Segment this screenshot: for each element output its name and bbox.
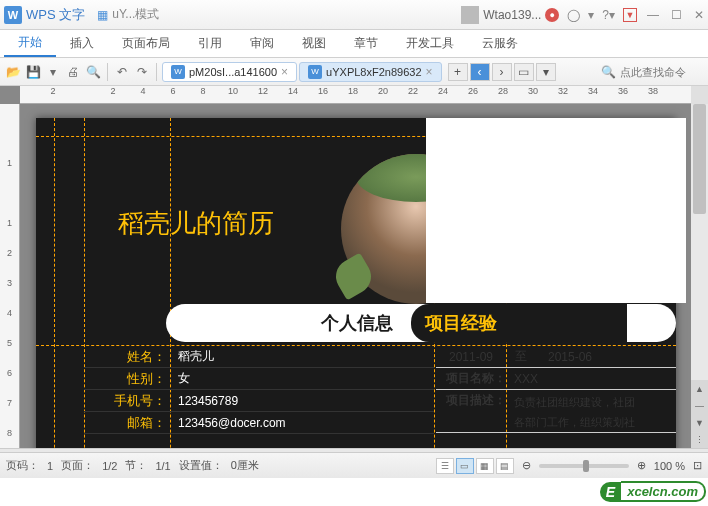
vertical-ruler[interactable]: 112345678 (0, 104, 20, 448)
redo-icon[interactable]: ↷ (133, 63, 151, 81)
wps-logo-icon: W (4, 6, 22, 24)
scroll-options-icon[interactable]: ⋮ (691, 431, 708, 448)
section-value: 1/1 (155, 460, 170, 472)
document-tab-2[interactable]: W uYXPL8xF2n89632 × (299, 62, 441, 82)
app-logo: W WPS 文字 (4, 6, 85, 24)
gender-value: 女 (170, 370, 190, 387)
open-icon[interactable]: 📂 (4, 63, 22, 81)
document-tab-1[interactable]: W pM20sI...a141600 × (162, 62, 297, 82)
section-label: 节： (125, 458, 147, 473)
scroll-thumb[interactable] (693, 104, 706, 214)
menu-view[interactable]: 视图 (288, 31, 340, 56)
proj-desc-label: 项目描述： (436, 392, 506, 409)
window-controls: — ☐ ✕ (647, 8, 704, 22)
scroll-sep-icon[interactable]: — (691, 397, 708, 414)
proj-desc-line2: 各部门工作，组织策划社 (514, 412, 635, 432)
notification-badge[interactable]: ● (545, 8, 559, 22)
resume-title: 稻壳儿的简历 (118, 206, 274, 241)
phone-value: 123456789 (170, 394, 238, 408)
proj-date-start: 2011-09 (436, 350, 506, 364)
close-button[interactable]: ✕ (694, 8, 704, 22)
zoom-out-button[interactable]: ⊖ (522, 459, 531, 472)
personal-info-table: 姓名：稻壳儿 性别：女 手机号：123456789 邮箱：123456@doce… (84, 346, 434, 434)
menu-review[interactable]: 审阅 (236, 31, 288, 56)
maximize-button[interactable]: ☐ (671, 8, 682, 22)
save-icon[interactable]: 💾 (24, 63, 42, 81)
toolbar: 📂 💾 ▾ 🖨 🔍 ↶ ↷ W pM20sI...a141600 × W uYX… (0, 58, 708, 86)
proj-name-value: XXX (506, 372, 538, 386)
prev-tab-button[interactable]: ‹ (470, 63, 490, 81)
position-label: 设置值： (179, 458, 223, 473)
email-label: 邮箱： (84, 414, 170, 432)
view-web-button[interactable]: ▦ (476, 458, 494, 474)
proj-name-label: 项目名称： (436, 370, 506, 387)
help-icon[interactable]: ?▾ (602, 8, 615, 22)
page-code-value: 1 (47, 460, 53, 472)
close-tab-icon[interactable]: × (281, 65, 288, 79)
zoom-value[interactable]: 100 % (654, 460, 685, 472)
doc-mode: ▦ uY...模式 (97, 6, 159, 23)
document-canvas[interactable]: 稻壳儿的简历 个人信息 项目经验 姓名：稻壳儿 性别：女 手机号：1234567… (20, 104, 691, 448)
app-name: WPS 文字 (26, 6, 85, 24)
skin-icon[interactable]: ▾ (588, 8, 594, 22)
vertical-scrollbar[interactable]: ▲ — ▼ ⋮ (691, 104, 708, 448)
menu-start[interactable]: 开始 (4, 30, 56, 57)
view-read-button[interactable]: ▤ (496, 458, 514, 474)
status-bar: 页码：1 页面：1/2 节：1/1 设置值：0厘米 ☰ ▭ ▦ ▤ ⊖ ⊕ 10… (0, 452, 708, 478)
menu-chapter[interactable]: 章节 (340, 31, 392, 56)
menu-bar: 开始 插入 页面布局 引用 审阅 视图 章节 开发工具 云服务 (0, 30, 708, 58)
name-label: 姓名： (84, 348, 170, 366)
user-area[interactable]: Wtao139... ● (461, 6, 559, 24)
view-page-button[interactable]: ▭ (456, 458, 474, 474)
browser-icon[interactable]: ◯ (567, 8, 580, 22)
proj-date-end: 2015-06 (536, 350, 592, 364)
gender-label: 性别： (84, 370, 170, 388)
dropdown-red-icon[interactable]: ▼ (623, 8, 637, 22)
undo-icon[interactable]: ↶ (113, 63, 131, 81)
next-tab-button[interactable]: › (492, 63, 512, 81)
ruler-corner (691, 86, 708, 104)
watermark: E xcelcn.com (600, 481, 706, 502)
zoom-in-button[interactable]: ⊕ (637, 459, 646, 472)
menu-cloud[interactable]: 云服务 (468, 31, 532, 56)
word-doc-icon: W (171, 65, 185, 79)
close-tab-icon[interactable]: × (426, 65, 433, 79)
preview-icon[interactable]: 🔍 (84, 63, 102, 81)
command-search[interactable]: 🔍 (601, 65, 704, 79)
print-icon[interactable]: 🖨 (64, 63, 82, 81)
tab-controls: + ‹ › ▭ ▾ (448, 63, 556, 81)
avatar-icon (461, 6, 479, 24)
page-label: 页面： (61, 458, 94, 473)
scroll-page-down-icon[interactable]: ▼ (691, 414, 708, 431)
scroll-page-up-icon[interactable]: ▲ (691, 380, 708, 397)
proj-desc-line1: 负责社团组织建设，社团 (514, 392, 635, 412)
minimize-button[interactable]: — (647, 8, 659, 22)
document-page[interactable]: 稻壳儿的简历 个人信息 项目经验 姓名：稻壳儿 性别：女 手机号：1234567… (36, 118, 676, 448)
horizontal-ruler[interactable]: 22468101214161820222426283032343638 (20, 86, 691, 104)
menu-insert[interactable]: 插入 (56, 31, 108, 56)
view-outline-button[interactable]: ☰ (436, 458, 454, 474)
section-project-exp: 项目经验 (411, 304, 627, 342)
section-header-bar: 个人信息 项目经验 (166, 304, 676, 342)
zoom-handle[interactable] (583, 460, 589, 472)
zoom-slider[interactable] (539, 464, 629, 468)
proj-date-to: 至 (506, 348, 536, 365)
view-mode-buttons: ☰ ▭ ▦ ▤ (436, 458, 514, 474)
fit-zoom-button[interactable]: ⊡ (693, 459, 702, 472)
tab-view-button[interactable]: ▭ (514, 63, 534, 81)
search-input[interactable] (620, 66, 700, 78)
tab-list-button[interactable]: ▾ (536, 63, 556, 81)
phone-label: 手机号： (84, 392, 170, 410)
save-dropdown-icon[interactable]: ▾ (44, 63, 62, 81)
page-code-label: 页码： (6, 458, 39, 473)
name-value: 稻壳儿 (170, 348, 214, 365)
search-icon: 🔍 (601, 65, 616, 79)
editor-area: 22468101214161820222426283032343638 1123… (0, 86, 708, 448)
word-doc-icon: W (308, 65, 322, 79)
new-tab-button[interactable]: + (448, 63, 468, 81)
menu-dev-tools[interactable]: 开发工具 (392, 31, 468, 56)
title-controls: ◯ ▾ ?▾ ▼ (567, 8, 637, 22)
section-personal-info: 个人信息 (321, 311, 393, 335)
menu-page-layout[interactable]: 页面布局 (108, 31, 184, 56)
menu-reference[interactable]: 引用 (184, 31, 236, 56)
